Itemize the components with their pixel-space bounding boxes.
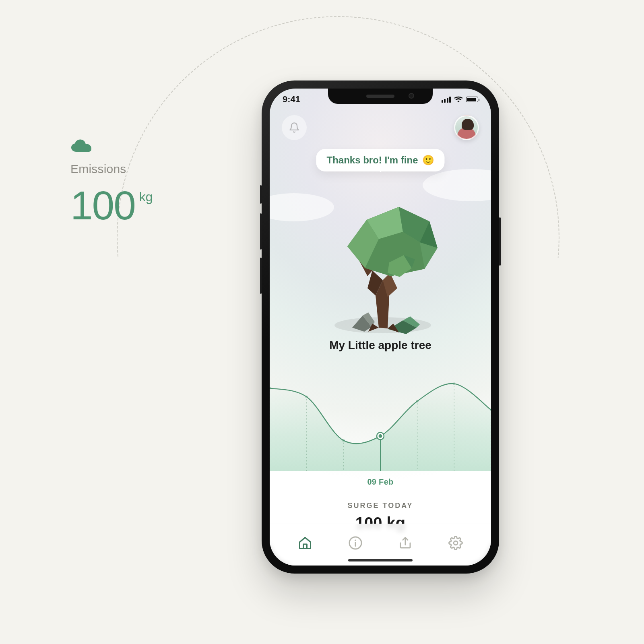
- share-icon: [398, 536, 413, 550]
- phone-screen: 9:41 Thanks bro! I'm fine 🙂: [270, 89, 491, 566]
- notifications-button[interactable]: [282, 115, 307, 140]
- bubble-text: Thanks bro! I'm fine: [326, 155, 418, 166]
- phone-mute-switch: [260, 185, 262, 204]
- nav-home[interactable]: [298, 536, 312, 552]
- nav-share[interactable]: [398, 536, 413, 552]
- emissions-value: 100: [70, 187, 135, 223]
- tree-speech-bubble: Thanks bro! I'm fine 🙂: [316, 149, 444, 171]
- battery-icon: [466, 97, 478, 102]
- wifi-icon: [454, 96, 463, 103]
- emissions-chart[interactable]: [270, 366, 491, 471]
- svg-point-25: [342, 439, 345, 442]
- phone-power-button: [499, 217, 501, 266]
- gear-icon: [448, 536, 463, 550]
- home-icon: [298, 536, 312, 550]
- emissions-label: Emissions: [70, 162, 153, 176]
- tree-name: My Little apple tree: [270, 339, 491, 352]
- nav-info[interactable]: [348, 536, 363, 552]
- cloud-icon: [70, 139, 153, 155]
- home-indicator: [348, 559, 413, 561]
- phone-mockup: 9:41 Thanks bro! I'm fine 🙂: [262, 80, 499, 574]
- info-icon: [348, 536, 363, 550]
- bell-icon: [289, 122, 300, 133]
- svg-point-39: [454, 541, 458, 545]
- selected-date-label: 09 Feb: [270, 477, 491, 487]
- status-time: 9:41: [283, 94, 300, 105]
- phone-speaker: [366, 95, 394, 98]
- nav-settings[interactable]: [448, 536, 463, 552]
- svg-point-23: [305, 396, 308, 398]
- phone-front-camera: [409, 93, 414, 99]
- emissions-callout: Emissions 100 kg: [70, 139, 153, 223]
- svg-point-28: [416, 400, 418, 402]
- svg-point-30: [453, 382, 455, 385]
- phone-volume-up: [260, 213, 262, 250]
- phone-notch: [328, 89, 433, 104]
- tree-illustration[interactable]: [270, 167, 491, 341]
- avatar[interactable]: [454, 115, 479, 140]
- phone-volume-down: [260, 258, 262, 294]
- svg-point-38: [355, 539, 356, 541]
- surge-caption: SURGE TODAY: [270, 502, 491, 510]
- svg-point-35: [379, 434, 382, 438]
- cellular-icon: [442, 97, 451, 103]
- emissions-unit: kg: [139, 190, 153, 204]
- smile-emoji-icon: 🙂: [422, 155, 434, 166]
